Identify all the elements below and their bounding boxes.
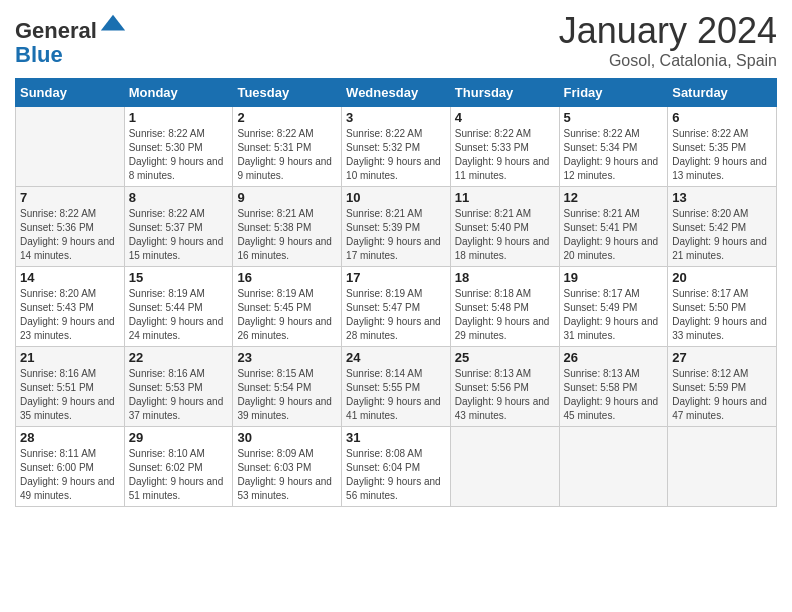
day-info: Sunrise: 8:22 AM Sunset: 5:33 PM Dayligh… <box>455 127 555 183</box>
day-cell: 19Sunrise: 8:17 AM Sunset: 5:49 PM Dayli… <box>559 267 668 347</box>
day-number: 1 <box>129 110 229 125</box>
day-cell: 11Sunrise: 8:21 AM Sunset: 5:40 PM Dayli… <box>450 187 559 267</box>
day-cell: 13Sunrise: 8:20 AM Sunset: 5:42 PM Dayli… <box>668 187 777 267</box>
day-info: Sunrise: 8:17 AM Sunset: 5:50 PM Dayligh… <box>672 287 772 343</box>
day-info: Sunrise: 8:21 AM Sunset: 5:39 PM Dayligh… <box>346 207 446 263</box>
day-number: 2 <box>237 110 337 125</box>
day-number: 27 <box>672 350 772 365</box>
day-info: Sunrise: 8:21 AM Sunset: 5:40 PM Dayligh… <box>455 207 555 263</box>
day-cell: 16Sunrise: 8:19 AM Sunset: 5:45 PM Dayli… <box>233 267 342 347</box>
day-number: 26 <box>564 350 664 365</box>
day-number: 10 <box>346 190 446 205</box>
day-info: Sunrise: 8:22 AM Sunset: 5:36 PM Dayligh… <box>20 207 120 263</box>
week-row-3: 14Sunrise: 8:20 AM Sunset: 5:43 PM Dayli… <box>16 267 777 347</box>
logo-general: General <box>15 18 97 43</box>
day-number: 19 <box>564 270 664 285</box>
week-row-5: 28Sunrise: 8:11 AM Sunset: 6:00 PM Dayli… <box>16 427 777 507</box>
header-cell-wednesday: Wednesday <box>342 79 451 107</box>
day-info: Sunrise: 8:22 AM Sunset: 5:32 PM Dayligh… <box>346 127 446 183</box>
day-cell: 22Sunrise: 8:16 AM Sunset: 5:53 PM Dayli… <box>124 347 233 427</box>
logo-blue-text: Blue <box>15 43 127 67</box>
header: General Blue January 2024 Gosol, Catalon… <box>15 10 777 70</box>
week-row-1: 1Sunrise: 8:22 AM Sunset: 5:30 PM Daylig… <box>16 107 777 187</box>
day-info: Sunrise: 8:22 AM Sunset: 5:34 PM Dayligh… <box>564 127 664 183</box>
day-info: Sunrise: 8:22 AM Sunset: 5:37 PM Dayligh… <box>129 207 229 263</box>
day-cell: 15Sunrise: 8:19 AM Sunset: 5:44 PM Dayli… <box>124 267 233 347</box>
header-cell-sunday: Sunday <box>16 79 125 107</box>
day-info: Sunrise: 8:17 AM Sunset: 5:49 PM Dayligh… <box>564 287 664 343</box>
day-info: Sunrise: 8:21 AM Sunset: 5:38 PM Dayligh… <box>237 207 337 263</box>
day-cell: 29Sunrise: 8:10 AM Sunset: 6:02 PM Dayli… <box>124 427 233 507</box>
week-row-4: 21Sunrise: 8:16 AM Sunset: 5:51 PM Dayli… <box>16 347 777 427</box>
calendar-table: SundayMondayTuesdayWednesdayThursdayFrid… <box>15 78 777 507</box>
day-cell: 18Sunrise: 8:18 AM Sunset: 5:48 PM Dayli… <box>450 267 559 347</box>
day-number: 3 <box>346 110 446 125</box>
day-number: 21 <box>20 350 120 365</box>
day-cell: 21Sunrise: 8:16 AM Sunset: 5:51 PM Dayli… <box>16 347 125 427</box>
day-info: Sunrise: 8:22 AM Sunset: 5:35 PM Dayligh… <box>672 127 772 183</box>
day-info: Sunrise: 8:18 AM Sunset: 5:48 PM Dayligh… <box>455 287 555 343</box>
page: General Blue January 2024 Gosol, Catalon… <box>0 0 792 612</box>
day-cell: 20Sunrise: 8:17 AM Sunset: 5:50 PM Dayli… <box>668 267 777 347</box>
day-info: Sunrise: 8:15 AM Sunset: 5:54 PM Dayligh… <box>237 367 337 423</box>
day-number: 17 <box>346 270 446 285</box>
day-cell <box>668 427 777 507</box>
day-cell: 14Sunrise: 8:20 AM Sunset: 5:43 PM Dayli… <box>16 267 125 347</box>
day-cell: 30Sunrise: 8:09 AM Sunset: 6:03 PM Dayli… <box>233 427 342 507</box>
day-number: 28 <box>20 430 120 445</box>
day-info: Sunrise: 8:13 AM Sunset: 5:58 PM Dayligh… <box>564 367 664 423</box>
day-info: Sunrise: 8:08 AM Sunset: 6:04 PM Dayligh… <box>346 447 446 503</box>
day-info: Sunrise: 8:13 AM Sunset: 5:56 PM Dayligh… <box>455 367 555 423</box>
day-number: 7 <box>20 190 120 205</box>
day-info: Sunrise: 8:10 AM Sunset: 6:02 PM Dayligh… <box>129 447 229 503</box>
day-cell <box>559 427 668 507</box>
week-row-2: 7Sunrise: 8:22 AM Sunset: 5:36 PM Daylig… <box>16 187 777 267</box>
day-number: 25 <box>455 350 555 365</box>
header-cell-saturday: Saturday <box>668 79 777 107</box>
day-number: 11 <box>455 190 555 205</box>
day-number: 23 <box>237 350 337 365</box>
day-number: 16 <box>237 270 337 285</box>
day-number: 9 <box>237 190 337 205</box>
day-number: 8 <box>129 190 229 205</box>
day-info: Sunrise: 8:20 AM Sunset: 5:42 PM Dayligh… <box>672 207 772 263</box>
svg-marker-0 <box>101 15 125 31</box>
day-cell: 23Sunrise: 8:15 AM Sunset: 5:54 PM Dayli… <box>233 347 342 427</box>
day-cell: 1Sunrise: 8:22 AM Sunset: 5:30 PM Daylig… <box>124 107 233 187</box>
day-cell: 5Sunrise: 8:22 AM Sunset: 5:34 PM Daylig… <box>559 107 668 187</box>
day-info: Sunrise: 8:19 AM Sunset: 5:45 PM Dayligh… <box>237 287 337 343</box>
day-info: Sunrise: 8:16 AM Sunset: 5:53 PM Dayligh… <box>129 367 229 423</box>
day-cell: 26Sunrise: 8:13 AM Sunset: 5:58 PM Dayli… <box>559 347 668 427</box>
header-cell-monday: Monday <box>124 79 233 107</box>
day-cell: 25Sunrise: 8:13 AM Sunset: 5:56 PM Dayli… <box>450 347 559 427</box>
day-number: 12 <box>564 190 664 205</box>
day-info: Sunrise: 8:19 AM Sunset: 5:44 PM Dayligh… <box>129 287 229 343</box>
day-number: 22 <box>129 350 229 365</box>
header-cell-thursday: Thursday <box>450 79 559 107</box>
header-row: SundayMondayTuesdayWednesdayThursdayFrid… <box>16 79 777 107</box>
day-cell: 28Sunrise: 8:11 AM Sunset: 6:00 PM Dayli… <box>16 427 125 507</box>
day-cell: 2Sunrise: 8:22 AM Sunset: 5:31 PM Daylig… <box>233 107 342 187</box>
calendar-title: January 2024 <box>559 10 777 52</box>
day-number: 4 <box>455 110 555 125</box>
title-block: January 2024 Gosol, Catalonia, Spain <box>559 10 777 70</box>
day-info: Sunrise: 8:20 AM Sunset: 5:43 PM Dayligh… <box>20 287 120 343</box>
day-info: Sunrise: 8:22 AM Sunset: 5:30 PM Dayligh… <box>129 127 229 183</box>
day-info: Sunrise: 8:22 AM Sunset: 5:31 PM Dayligh… <box>237 127 337 183</box>
day-cell: 6Sunrise: 8:22 AM Sunset: 5:35 PM Daylig… <box>668 107 777 187</box>
day-info: Sunrise: 8:09 AM Sunset: 6:03 PM Dayligh… <box>237 447 337 503</box>
day-info: Sunrise: 8:11 AM Sunset: 6:00 PM Dayligh… <box>20 447 120 503</box>
day-number: 31 <box>346 430 446 445</box>
day-cell: 7Sunrise: 8:22 AM Sunset: 5:36 PM Daylig… <box>16 187 125 267</box>
day-cell <box>16 107 125 187</box>
day-cell: 4Sunrise: 8:22 AM Sunset: 5:33 PM Daylig… <box>450 107 559 187</box>
day-cell: 27Sunrise: 8:12 AM Sunset: 5:59 PM Dayli… <box>668 347 777 427</box>
logo: General Blue <box>15 10 127 67</box>
header-cell-tuesday: Tuesday <box>233 79 342 107</box>
day-number: 6 <box>672 110 772 125</box>
day-info: Sunrise: 8:21 AM Sunset: 5:41 PM Dayligh… <box>564 207 664 263</box>
header-cell-friday: Friday <box>559 79 668 107</box>
day-info: Sunrise: 8:14 AM Sunset: 5:55 PM Dayligh… <box>346 367 446 423</box>
day-cell: 10Sunrise: 8:21 AM Sunset: 5:39 PM Dayli… <box>342 187 451 267</box>
calendar-body: 1Sunrise: 8:22 AM Sunset: 5:30 PM Daylig… <box>16 107 777 507</box>
